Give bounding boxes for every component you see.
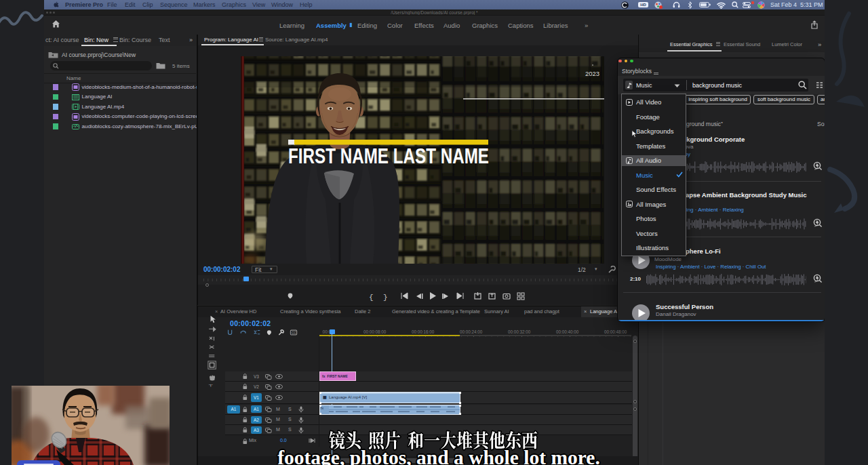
svg-text:}: } [383, 294, 388, 302]
svg-text:00:00:40:00: 00:00:40:00 [556, 329, 579, 334]
svg-text:00:00:48:00: 00:00:48:00 [604, 329, 627, 334]
svg-text:00:00:08:00: 00:00:08:00 [363, 329, 387, 334]
svg-text:CC: CC [292, 331, 297, 335]
svg-text:{: { [369, 294, 374, 302]
svg-text:T: T [209, 383, 213, 387]
svg-text:00:00:16:00: 00:00:16:00 [412, 329, 435, 334]
svg-text:00:00:32:00: 00:00:32:00 [508, 329, 531, 334]
svg-text:00:00:24:00: 00:00:24:00 [460, 329, 483, 334]
